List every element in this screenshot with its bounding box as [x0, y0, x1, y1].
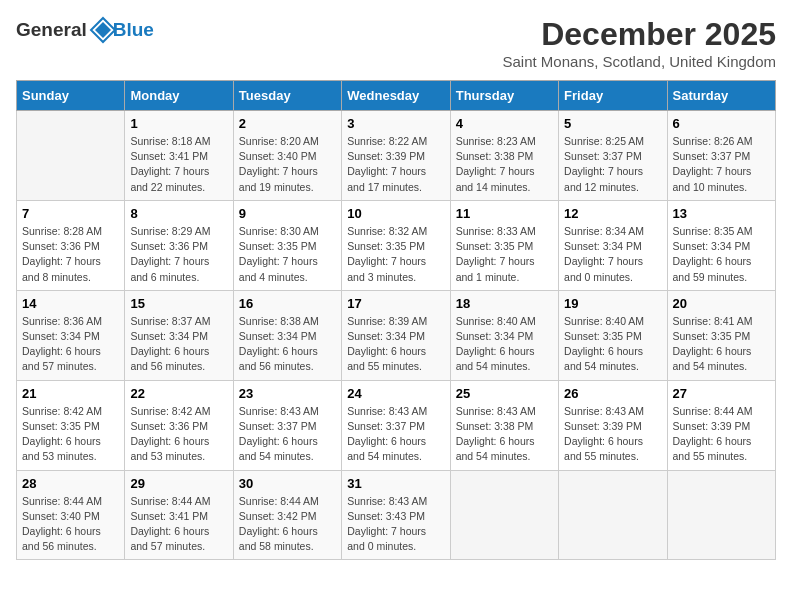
day-detail: Sunrise: 8:43 AM Sunset: 3:39 PM Dayligh…	[564, 404, 661, 465]
calendar-header-thursday: Thursday	[450, 81, 558, 111]
calendar-cell	[559, 470, 667, 560]
calendar-cell: 20Sunrise: 8:41 AM Sunset: 3:35 PM Dayli…	[667, 290, 775, 380]
calendar-cell: 6Sunrise: 8:26 AM Sunset: 3:37 PM Daylig…	[667, 111, 775, 201]
day-number: 2	[239, 116, 336, 131]
calendar-cell: 3Sunrise: 8:22 AM Sunset: 3:39 PM Daylig…	[342, 111, 450, 201]
location-subtitle: Saint Monans, Scotland, United Kingdom	[503, 53, 777, 70]
day-detail: Sunrise: 8:37 AM Sunset: 3:34 PM Dayligh…	[130, 314, 227, 375]
day-number: 31	[347, 476, 444, 491]
calendar-cell: 8Sunrise: 8:29 AM Sunset: 3:36 PM Daylig…	[125, 200, 233, 290]
calendar-cell: 23Sunrise: 8:43 AM Sunset: 3:37 PM Dayli…	[233, 380, 341, 470]
calendar-header-wednesday: Wednesday	[342, 81, 450, 111]
day-number: 26	[564, 386, 661, 401]
day-number: 23	[239, 386, 336, 401]
calendar-cell: 19Sunrise: 8:40 AM Sunset: 3:35 PM Dayli…	[559, 290, 667, 380]
day-detail: Sunrise: 8:29 AM Sunset: 3:36 PM Dayligh…	[130, 224, 227, 285]
page-header: General Blue December 2025 Saint Monans,…	[16, 16, 776, 70]
calendar-cell: 29Sunrise: 8:44 AM Sunset: 3:41 PM Dayli…	[125, 470, 233, 560]
day-detail: Sunrise: 8:39 AM Sunset: 3:34 PM Dayligh…	[347, 314, 444, 375]
day-number: 3	[347, 116, 444, 131]
day-number: 27	[673, 386, 770, 401]
day-detail: Sunrise: 8:25 AM Sunset: 3:37 PM Dayligh…	[564, 134, 661, 195]
calendar-cell: 7Sunrise: 8:28 AM Sunset: 3:36 PM Daylig…	[17, 200, 125, 290]
calendar-cell: 21Sunrise: 8:42 AM Sunset: 3:35 PM Dayli…	[17, 380, 125, 470]
calendar-cell	[17, 111, 125, 201]
day-detail: Sunrise: 8:32 AM Sunset: 3:35 PM Dayligh…	[347, 224, 444, 285]
day-number: 6	[673, 116, 770, 131]
day-number: 8	[130, 206, 227, 221]
calendar-cell: 12Sunrise: 8:34 AM Sunset: 3:34 PM Dayli…	[559, 200, 667, 290]
calendar-header-friday: Friday	[559, 81, 667, 111]
calendar-cell: 22Sunrise: 8:42 AM Sunset: 3:36 PM Dayli…	[125, 380, 233, 470]
day-detail: Sunrise: 8:35 AM Sunset: 3:34 PM Dayligh…	[673, 224, 770, 285]
calendar-cell: 11Sunrise: 8:33 AM Sunset: 3:35 PM Dayli…	[450, 200, 558, 290]
calendar-header-sunday: Sunday	[17, 81, 125, 111]
day-detail: Sunrise: 8:28 AM Sunset: 3:36 PM Dayligh…	[22, 224, 119, 285]
calendar-cell: 17Sunrise: 8:39 AM Sunset: 3:34 PM Dayli…	[342, 290, 450, 380]
calendar-week-row: 21Sunrise: 8:42 AM Sunset: 3:35 PM Dayli…	[17, 380, 776, 470]
day-detail: Sunrise: 8:41 AM Sunset: 3:35 PM Dayligh…	[673, 314, 770, 375]
day-detail: Sunrise: 8:44 AM Sunset: 3:42 PM Dayligh…	[239, 494, 336, 555]
day-detail: Sunrise: 8:22 AM Sunset: 3:39 PM Dayligh…	[347, 134, 444, 195]
day-number: 21	[22, 386, 119, 401]
day-detail: Sunrise: 8:44 AM Sunset: 3:41 PM Dayligh…	[130, 494, 227, 555]
day-number: 1	[130, 116, 227, 131]
calendar-cell: 2Sunrise: 8:20 AM Sunset: 3:40 PM Daylig…	[233, 111, 341, 201]
calendar-cell: 15Sunrise: 8:37 AM Sunset: 3:34 PM Dayli…	[125, 290, 233, 380]
calendar-cell	[667, 470, 775, 560]
calendar-cell: 1Sunrise: 8:18 AM Sunset: 3:41 PM Daylig…	[125, 111, 233, 201]
calendar-cell: 5Sunrise: 8:25 AM Sunset: 3:37 PM Daylig…	[559, 111, 667, 201]
day-detail: Sunrise: 8:40 AM Sunset: 3:35 PM Dayligh…	[564, 314, 661, 375]
day-number: 12	[564, 206, 661, 221]
day-detail: Sunrise: 8:43 AM Sunset: 3:43 PM Dayligh…	[347, 494, 444, 555]
day-detail: Sunrise: 8:40 AM Sunset: 3:34 PM Dayligh…	[456, 314, 553, 375]
calendar-cell: 31Sunrise: 8:43 AM Sunset: 3:43 PM Dayli…	[342, 470, 450, 560]
calendar-cell: 30Sunrise: 8:44 AM Sunset: 3:42 PM Dayli…	[233, 470, 341, 560]
day-number: 15	[130, 296, 227, 311]
month-year-title: December 2025	[503, 16, 777, 53]
calendar-cell: 10Sunrise: 8:32 AM Sunset: 3:35 PM Dayli…	[342, 200, 450, 290]
day-number: 24	[347, 386, 444, 401]
day-detail: Sunrise: 8:33 AM Sunset: 3:35 PM Dayligh…	[456, 224, 553, 285]
calendar-header-monday: Monday	[125, 81, 233, 111]
day-number: 29	[130, 476, 227, 491]
calendar-header-tuesday: Tuesday	[233, 81, 341, 111]
logo-blue: Blue	[113, 19, 154, 41]
day-detail: Sunrise: 8:34 AM Sunset: 3:34 PM Dayligh…	[564, 224, 661, 285]
day-number: 20	[673, 296, 770, 311]
day-detail: Sunrise: 8:43 AM Sunset: 3:38 PM Dayligh…	[456, 404, 553, 465]
day-detail: Sunrise: 8:43 AM Sunset: 3:37 PM Dayligh…	[347, 404, 444, 465]
day-number: 11	[456, 206, 553, 221]
day-detail: Sunrise: 8:23 AM Sunset: 3:38 PM Dayligh…	[456, 134, 553, 195]
day-detail: Sunrise: 8:20 AM Sunset: 3:40 PM Dayligh…	[239, 134, 336, 195]
day-detail: Sunrise: 8:18 AM Sunset: 3:41 PM Dayligh…	[130, 134, 227, 195]
day-number: 13	[673, 206, 770, 221]
calendar-header-saturday: Saturday	[667, 81, 775, 111]
day-number: 22	[130, 386, 227, 401]
day-number: 28	[22, 476, 119, 491]
day-detail: Sunrise: 8:26 AM Sunset: 3:37 PM Dayligh…	[673, 134, 770, 195]
calendar-cell: 4Sunrise: 8:23 AM Sunset: 3:38 PM Daylig…	[450, 111, 558, 201]
day-detail: Sunrise: 8:44 AM Sunset: 3:40 PM Dayligh…	[22, 494, 119, 555]
day-detail: Sunrise: 8:44 AM Sunset: 3:39 PM Dayligh…	[673, 404, 770, 465]
day-number: 14	[22, 296, 119, 311]
day-number: 5	[564, 116, 661, 131]
calendar-cell: 16Sunrise: 8:38 AM Sunset: 3:34 PM Dayli…	[233, 290, 341, 380]
calendar-cell: 28Sunrise: 8:44 AM Sunset: 3:40 PM Dayli…	[17, 470, 125, 560]
day-detail: Sunrise: 8:36 AM Sunset: 3:34 PM Dayligh…	[22, 314, 119, 375]
day-detail: Sunrise: 8:38 AM Sunset: 3:34 PM Dayligh…	[239, 314, 336, 375]
calendar-cell: 24Sunrise: 8:43 AM Sunset: 3:37 PM Dayli…	[342, 380, 450, 470]
day-number: 16	[239, 296, 336, 311]
day-detail: Sunrise: 8:42 AM Sunset: 3:36 PM Dayligh…	[130, 404, 227, 465]
calendar-cell: 27Sunrise: 8:44 AM Sunset: 3:39 PM Dayli…	[667, 380, 775, 470]
day-detail: Sunrise: 8:43 AM Sunset: 3:37 PM Dayligh…	[239, 404, 336, 465]
day-number: 7	[22, 206, 119, 221]
calendar-cell: 18Sunrise: 8:40 AM Sunset: 3:34 PM Dayli…	[450, 290, 558, 380]
title-section: December 2025 Saint Monans, Scotland, Un…	[503, 16, 777, 70]
day-detail: Sunrise: 8:42 AM Sunset: 3:35 PM Dayligh…	[22, 404, 119, 465]
calendar-header-row: SundayMondayTuesdayWednesdayThursdayFrid…	[17, 81, 776, 111]
day-number: 17	[347, 296, 444, 311]
calendar-cell: 9Sunrise: 8:30 AM Sunset: 3:35 PM Daylig…	[233, 200, 341, 290]
calendar-cell: 26Sunrise: 8:43 AM Sunset: 3:39 PM Dayli…	[559, 380, 667, 470]
logo: General Blue	[16, 16, 154, 44]
